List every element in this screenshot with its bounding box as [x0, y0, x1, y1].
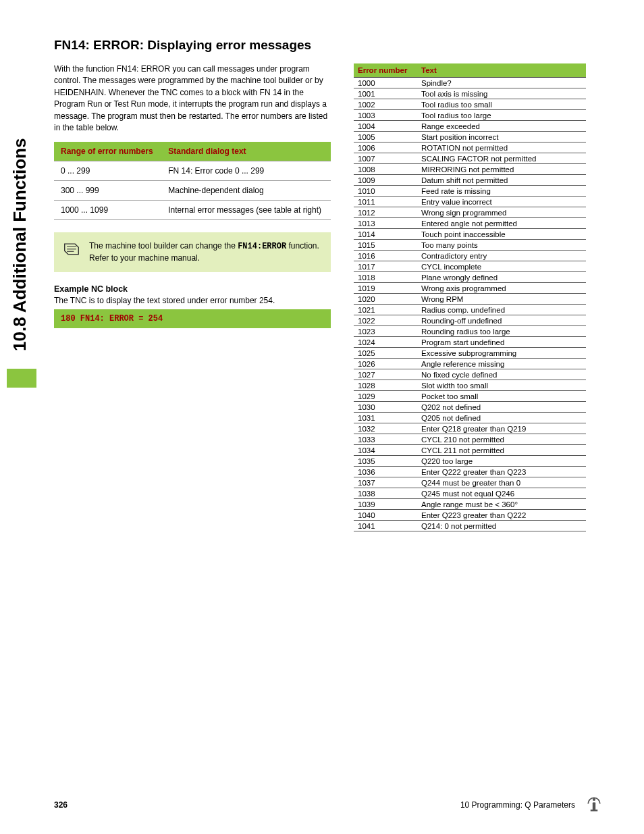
error-cell: 1041 — [354, 521, 417, 531]
svg-rect-4 — [593, 802, 595, 810]
error-cell: Enter Q223 greater than Q222 — [417, 510, 586, 521]
error-row: 1027No fixed cycle defined — [354, 369, 586, 380]
error-cell: Q214: 0 not permitted — [417, 521, 586, 531]
error-cell: 1012 — [354, 207, 417, 218]
error-cell: Enter Q218 greater than Q219 — [417, 423, 586, 434]
error-row: 1038Q245 must not equal Q246 — [354, 488, 586, 499]
error-row: 1006ROTATION not permitted — [354, 142, 586, 153]
error-cell: 1023 — [354, 326, 417, 337]
error-cell: 1019 — [354, 283, 417, 294]
error-row: 1016Contradictory entry — [354, 251, 586, 261]
error-cell: Pocket too small — [417, 391, 586, 402]
error-cell: 1021 — [354, 305, 417, 315]
error-cell: Tool radius too large — [417, 110, 586, 121]
error-cell: No fixed cycle defined — [417, 369, 586, 380]
error-cell: Datum shift not permitted — [417, 175, 586, 186]
error-cell: Feed rate is missing — [417, 186, 586, 197]
error-cell: Angle reference missing — [417, 359, 586, 369]
error-row: 1029Pocket too small — [354, 391, 586, 402]
chapter-label: 10 Programming: Q Parameters — [460, 800, 575, 810]
range-cell: 1000 ... 1099 — [54, 201, 161, 220]
range-row: 300 ... 999Machine-dependent dialog — [54, 181, 331, 201]
error-cell: Excessive subprogramming — [417, 348, 586, 359]
error-cell: 1016 — [354, 251, 417, 261]
range-row: 0 ... 299FN 14: Error code 0 ... 299 — [54, 161, 331, 181]
err-header-0: Error number — [354, 63, 417, 78]
error-cell: 1036 — [354, 467, 417, 477]
error-row: 1033CYCL 210 not permitted — [354, 434, 586, 445]
page-number: 326 — [54, 800, 68, 810]
error-cell: Wrong sign programmed — [417, 207, 586, 218]
error-cell: ROTATION not permitted — [417, 142, 586, 153]
example-desc: The TNC is to display the text stored un… — [54, 296, 331, 305]
error-cell: 1003 — [354, 110, 417, 121]
error-cell: Slot width too small — [417, 380, 586, 391]
error-row: 1013Entered angle not permitted — [354, 218, 586, 229]
error-cell: Range exceeded — [417, 121, 586, 132]
error-cell: 1002 — [354, 99, 417, 110]
error-cell: 1005 — [354, 132, 417, 142]
error-cell: 1029 — [354, 391, 417, 402]
note-icon — [62, 240, 81, 260]
error-row: 1028Slot width too small — [354, 380, 586, 391]
error-cell: Wrong axis programmed — [417, 283, 586, 294]
error-row: 1010Feed rate is missing — [354, 186, 586, 197]
error-cell: 1032 — [354, 423, 417, 434]
error-cell: 1028 — [354, 380, 417, 391]
error-cell: Q202 not defined — [417, 402, 586, 413]
error-row: 1035Q220 too large — [354, 456, 586, 467]
error-row: 1040Enter Q223 greater than Q222 — [354, 510, 586, 521]
page-footer: 326 10 Programming: Q Parameters — [54, 794, 603, 815]
error-row: 1041Q214: 0 not permitted — [354, 521, 586, 531]
error-row: 1024Program start undefined — [354, 337, 586, 348]
error-row: 1011Entry value incorrect — [354, 197, 586, 207]
note-text: The machine tool builder can change the … — [89, 240, 323, 264]
error-row: 1008MIRRORING not permitted — [354, 164, 586, 175]
error-cell: 1020 — [354, 294, 417, 305]
error-cell: Q205 not defined — [417, 413, 586, 423]
error-row: 1004Range exceeded — [354, 121, 586, 132]
error-cell: 1001 — [354, 88, 417, 99]
error-cell: Q244 must be greater than 0 — [417, 477, 586, 488]
error-cell: 1025 — [354, 348, 417, 359]
range-cell: 300 ... 999 — [54, 181, 161, 201]
error-cell: 1024 — [354, 337, 417, 348]
note-box: The machine tool builder can change the … — [54, 232, 331, 272]
error-row: 1009Datum shift not permitted — [354, 175, 586, 186]
error-cell: Too many points — [417, 240, 586, 251]
range-cell: Machine-dependent dialog — [161, 181, 331, 201]
svg-point-3 — [593, 798, 595, 801]
error-row: 1018Plane wrongly defined — [354, 272, 586, 283]
error-cell: 1015 — [354, 240, 417, 251]
error-cell: Tool radius too small — [417, 99, 586, 110]
error-row: 1030Q202 not defined — [354, 402, 586, 413]
error-cell: 1039 — [354, 499, 417, 510]
error-row: 1017CYCL incomplete — [354, 261, 586, 272]
error-row: 1021Radius comp. undefined — [354, 305, 586, 315]
error-cell: Program start undefined — [417, 337, 586, 348]
error-cell: Angle range must be < 360° — [417, 499, 586, 510]
error-row: 1014Touch point inaccessible — [354, 229, 586, 240]
error-cell: CYCL incomplete — [417, 261, 586, 272]
error-cell: 1010 — [354, 186, 417, 197]
svg-rect-5 — [591, 810, 598, 812]
error-cell: 1034 — [354, 445, 417, 456]
error-cell: Q245 must not equal Q246 — [417, 488, 586, 499]
info-icon — [585, 794, 603, 815]
error-cell: CYCL 211 not permitted — [417, 445, 586, 456]
error-cell: 1018 — [354, 272, 417, 283]
error-row: 1002Tool radius too small — [354, 99, 586, 110]
error-row: 1019Wrong axis programmed — [354, 283, 586, 294]
err-header-1: Text — [417, 63, 586, 78]
error-cell: 1027 — [354, 369, 417, 380]
error-cell: 1037 — [354, 477, 417, 488]
error-cell: Spindle? — [417, 78, 586, 88]
error-cell: Rounding radius too large — [417, 326, 586, 337]
error-row: 1026Angle reference missing — [354, 359, 586, 369]
error-cell: 1040 — [354, 510, 417, 521]
range-table: Range of error numbers Standard dialog t… — [54, 142, 331, 220]
error-cell: 1022 — [354, 315, 417, 326]
error-cell: Entry value incorrect — [417, 197, 586, 207]
error-cell: Wrong RPM — [417, 294, 586, 305]
example-title: Example NC block — [54, 284, 331, 294]
